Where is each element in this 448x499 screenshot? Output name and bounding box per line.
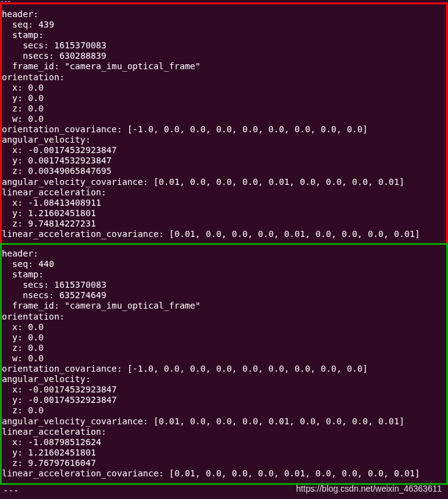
linacc-x: x: -1.08413408911 (2, 198, 101, 208)
csdn-watermark: https://blog.csdn.net/weixin_46363611 (296, 484, 442, 494)
nsecs-line: nsecs: 630288839 (2, 51, 106, 61)
linacc-z: z: 9.76797616047 (2, 458, 96, 468)
linacc-y: y: 1.21602451801 (2, 448, 96, 457)
orientation-z: z: 0.0 (2, 103, 43, 113)
orientation-label: orientation: (2, 312, 65, 321)
stamp-label: stamp: (2, 269, 43, 279)
imu-message-2: header: seq: 440 stamp: secs: 1615370083… (0, 243, 448, 485)
header-label: header: (2, 249, 39, 258)
angvel-label: angular_velocity: (2, 374, 91, 384)
linacc-z: z: 9.74814227231 (2, 219, 96, 228)
linacc-cov-line: linear_acceleration_covariance: [0.01, 0… (2, 468, 420, 478)
angvel-cov-line: angular_velocity_covariance: [0.01, 0.0,… (2, 416, 405, 426)
terminal-window[interactable]: --- header: seq: 439 stamp: secs: 161537… (0, 0, 448, 499)
secs-line: secs: 1615370083 (2, 280, 106, 290)
linacc-y: y: 1.21602451801 (2, 208, 96, 218)
frame-id-line: frame_id: "camera_imu_optical_frame" (2, 301, 201, 310)
angvel-x: x: -0.00174532923847 (2, 145, 117, 155)
seq-line: seq: 440 (2, 259, 54, 269)
orientation-w: w: 0.0 (2, 353, 43, 363)
linacc-label: linear_acceleration: (2, 427, 106, 437)
angvel-x: x: -0.00174532923847 (2, 385, 117, 394)
orientation-x: x: 0.0 (2, 83, 43, 92)
orientation-label: orientation: (2, 72, 65, 82)
angvel-label: angular_velocity: (2, 135, 91, 144)
header-label: header: (2, 9, 39, 19)
frame-id-line: frame_id: "camera_imu_optical_frame" (2, 61, 201, 71)
orientation-y: y: 0.0 (2, 332, 43, 342)
imu-message-2-content: header: seq: 440 stamp: secs: 1615370083… (2, 249, 446, 483)
orientation-w: w: 0.0 (2, 114, 43, 124)
secs-line: secs: 1615370083 (2, 40, 106, 50)
nsecs-line: nsecs: 635274649 (2, 290, 106, 300)
angvel-y: y: 0.00174532923847 (2, 156, 111, 165)
orientation-cov-line: orientation_covariance: [-1.0, 0.0, 0.0,… (2, 124, 368, 134)
orientation-z: z: 0.0 (2, 343, 43, 353)
orientation-cov-line: orientation_covariance: [-1.0, 0.0, 0.0,… (2, 364, 368, 373)
stamp-label: stamp: (2, 30, 43, 40)
angvel-z: z: 0.0 (2, 405, 43, 415)
angvel-z: z: 0.00349065847695 (2, 166, 111, 176)
orientation-x: x: 0.0 (2, 322, 43, 332)
imu-message-1-content: header: seq: 439 stamp: secs: 1615370083… (2, 9, 446, 243)
linacc-label: linear_acceleration: (2, 187, 106, 197)
imu-message-1: header: seq: 439 stamp: secs: 1615370083… (0, 2, 448, 245)
orientation-y: y: 0.0 (2, 93, 43, 103)
linacc-x: x: -1.08798512624 (2, 437, 101, 447)
linacc-cov-line: linear_acceleration_covariance: [0.01, 0… (2, 229, 420, 239)
seq-line: seq: 439 (2, 20, 54, 29)
angvel-cov-line: angular_velocity_covariance: [0.01, 0.0,… (2, 177, 405, 187)
angvel-y: y: -0.00174532923847 (2, 395, 117, 405)
